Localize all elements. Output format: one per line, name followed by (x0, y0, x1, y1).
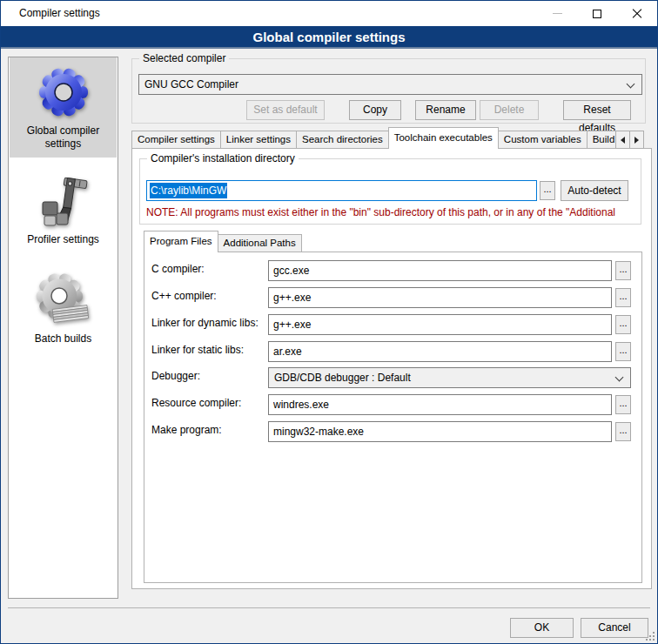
tab-linker-settings[interactable]: Linker settings (220, 131, 297, 149)
tab-custom-variables[interactable]: Custom variables (498, 131, 588, 149)
subtab-program-files[interactable]: Program Files (144, 231, 218, 252)
make-program-input[interactable] (268, 421, 612, 442)
sidebar-item-label: Global compiler settings (10, 124, 117, 151)
sidebar-item-label: Batch builds (10, 332, 117, 345)
field-label: C++ compiler: (151, 290, 217, 302)
debugger-select[interactable]: GDB/CDB debugger : Default (268, 367, 631, 388)
minimize-button[interactable] (537, 1, 577, 26)
page-title: Global compiler settings (1, 26, 657, 49)
close-icon (632, 9, 642, 19)
gray-gear-stack-icon (36, 272, 91, 328)
field-label: Resource compiler: (151, 397, 241, 409)
linker-dynamic-input[interactable] (268, 314, 612, 335)
close-button[interactable] (617, 1, 657, 26)
compiler-select[interactable]: GNU GCC Compiler (138, 74, 642, 95)
browse-make-program-button[interactable]: ... (615, 422, 631, 441)
sidebar-item-profiler-settings[interactable]: Profiler settings (10, 166, 117, 246)
tab-build-options[interactable]: Build (587, 131, 616, 149)
maximize-button[interactable] (577, 1, 617, 26)
browse-cpp-compiler-button[interactable]: ... (615, 288, 631, 307)
compiler-settings-dialog: Compiler settings Global compiler settin… (0, 0, 658, 644)
ok-button[interactable]: OK (510, 618, 574, 638)
browse-directory-button[interactable]: ... (540, 181, 555, 200)
copy-button[interactable]: Copy (349, 100, 401, 120)
titlebar: Compiler settings (1, 1, 657, 26)
program-files-panel: C compiler: ... C++ compiler: ... Linker… (144, 252, 642, 583)
reset-defaults-button[interactable]: Reset defaults (563, 100, 631, 120)
set-as-default-button[interactable]: Set as default (246, 100, 325, 120)
c-compiler-input[interactable] (268, 260, 612, 281)
selected-compiler-group: Selected compiler GNU GCC Compiler Set a… (131, 58, 646, 124)
field-label: Linker for dynamic libs: (151, 317, 258, 329)
minimize-icon (553, 13, 562, 14)
arrow-left-icon (621, 137, 625, 144)
field-row-make-program: Make program: ... (144, 421, 641, 442)
cpp-compiler-input[interactable] (268, 287, 612, 308)
field-row-resource-compiler: Resource compiler: ... (144, 394, 641, 415)
chevron-down-icon (627, 80, 635, 89)
group-legend: Compiler's installation directory (147, 152, 299, 164)
field-label: C compiler: (151, 263, 205, 275)
sidebar-item-batch-builds[interactable]: Batch builds (10, 265, 117, 345)
tab-toolchain-executables[interactable]: Toolchain executables (388, 127, 499, 149)
settings-tabbar: Compiler settings Linker settings Search… (131, 127, 643, 149)
arrow-right-icon (634, 137, 639, 144)
browse-linker-dynamic-button[interactable]: ... (615, 315, 631, 334)
maximize-icon (593, 10, 601, 18)
sidebar: Global compiler settings (8, 57, 118, 599)
toolchain-executables-page: Compiler's installation directory C:\ray… (131, 148, 652, 589)
field-row-cpp-compiler: C++ compiler: ... (144, 287, 641, 308)
auto-detect-button[interactable]: Auto-detect (561, 180, 628, 201)
browse-resource-compiler-button[interactable]: ... (615, 395, 631, 414)
tab-search-directories[interactable]: Search directories (296, 131, 389, 149)
delete-button[interactable]: Delete (480, 100, 539, 120)
cancel-button[interactable]: Cancel (581, 618, 648, 638)
sidebar-item-global-compiler-settings[interactable]: Global compiler settings (10, 57, 117, 158)
debugger-select-value: GDB/CDB debugger : Default (274, 372, 411, 384)
blue-gear-icon (36, 64, 91, 120)
browse-c-compiler-button[interactable]: ... (615, 261, 631, 280)
field-label: Linker for static libs: (151, 344, 244, 356)
programs-subtabbar: Program Files Additional Paths (144, 231, 301, 252)
linker-static-input[interactable] (268, 341, 612, 362)
resize-grip-icon[interactable] (646, 632, 655, 641)
installation-directory-input[interactable]: C:\raylib\MinGW (146, 180, 537, 201)
field-row-linker-static: Linker for static libs: ... (144, 341, 641, 362)
field-label: Debugger: (151, 370, 200, 382)
field-label: Make program: (151, 424, 222, 436)
window-title: Compiler settings (19, 7, 100, 19)
browse-linker-static-button[interactable]: ... (615, 342, 631, 361)
installation-directory-selected-text: C:\raylib\MinGW (150, 183, 227, 198)
group-legend: Selected compiler (139, 52, 229, 64)
sidebar-item-label: Profiler settings (10, 233, 117, 246)
field-row-c-compiler: C compiler: ... (144, 260, 641, 281)
resource-compiler-input[interactable] (268, 394, 612, 415)
field-row-debugger: Debugger: GDB/CDB debugger : Default (144, 367, 641, 388)
tab-compiler-settings[interactable]: Compiler settings (131, 131, 221, 149)
note-text: NOTE: All programs must exist either in … (146, 206, 636, 218)
compiler-select-value: GNU GCC Compiler (144, 78, 238, 91)
chevron-down-icon (615, 373, 624, 382)
installation-directory-group: Compiler's installation directory C:\ray… (139, 158, 641, 225)
caliper-icon (36, 173, 91, 229)
subtab-additional-paths[interactable]: Additional Paths (218, 234, 302, 252)
footer-divider (8, 607, 650, 608)
rename-button[interactable]: Rename (415, 100, 476, 120)
tab-scroll-right-button[interactable] (629, 131, 644, 149)
tab-scroll-left-button[interactable] (615, 131, 630, 149)
field-row-linker-dynamic: Linker for dynamic libs: ... (144, 314, 641, 335)
